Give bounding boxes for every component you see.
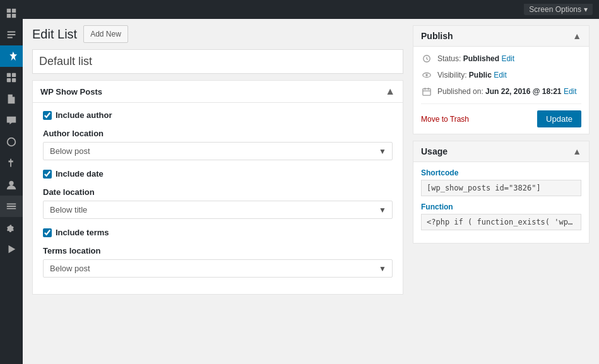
svg-rect-13 xyxy=(423,89,430,96)
svg-point-12 xyxy=(425,74,428,76)
publish-actions: Move to Trash Update xyxy=(421,103,581,127)
move-to-trash-link[interactable]: Move to Trash xyxy=(421,115,469,124)
sidebar-icon-posts[interactable] xyxy=(0,24,23,45)
publish-header[interactable]: Publish ▲ xyxy=(413,26,589,47)
metabox-title: WP Show Posts xyxy=(40,87,102,97)
terms-location-select[interactable]: Below post Above post Below title xyxy=(43,259,393,278)
visibility-row: Visibility: Public Edit xyxy=(421,69,581,81)
metabox-body: Include author Author location Below pos… xyxy=(33,103,403,294)
main-column: Edit List Add New WP Show Posts ▲ xyxy=(32,25,403,358)
status-value: Published xyxy=(463,54,499,63)
svg-point-8 xyxy=(9,181,13,185)
include-author-text: Include author xyxy=(56,110,112,120)
add-new-button[interactable]: Add New xyxy=(83,25,128,43)
svg-rect-6 xyxy=(7,78,11,82)
svg-rect-4 xyxy=(7,73,11,77)
svg-rect-0 xyxy=(7,9,11,13)
publish-toggle-icon: ▲ xyxy=(572,31,581,41)
date-location-row: Date location Below title Above title Be… xyxy=(43,187,393,219)
sidebar-icon-blocks[interactable] xyxy=(0,67,23,88)
usage-header[interactable]: Usage ▲ xyxy=(413,141,589,162)
svg-rect-3 xyxy=(12,14,16,18)
shortcode-value[interactable]: [wp_show_posts id="3826"] xyxy=(421,180,581,196)
screen-options-button[interactable]: Screen Options ▾ xyxy=(524,4,593,15)
sidebar-icon-pages[interactable] xyxy=(0,88,23,110)
content-area: Edit List Add New WP Show Posts ▲ xyxy=(23,19,599,364)
update-button[interactable]: Update xyxy=(537,110,581,127)
published-on-row: Published on: Jun 22, 2016 @ 18:21 Edit xyxy=(421,86,581,97)
list-title-input[interactable] xyxy=(32,49,403,74)
svg-rect-7 xyxy=(12,78,16,82)
sidebar-icon-dashboard[interactable] xyxy=(0,3,23,24)
sidebar-icon-list[interactable] xyxy=(0,196,23,217)
usage-title: Usage xyxy=(421,146,448,156)
usage-metabox: Usage ▲ Shortcode [wp_show_posts id="382… xyxy=(413,141,590,244)
metabox-header[interactable]: WP Show Posts ▲ xyxy=(33,81,403,103)
publish-title: Publish xyxy=(421,31,453,41)
terms-location-row: Terms location Below post Above post Bel… xyxy=(43,246,393,278)
date-location-label: Date location xyxy=(43,187,393,197)
wp-admin-layout: Screen Options ▾ Edit List Add New WP Sh… xyxy=(0,0,599,364)
svg-marker-9 xyxy=(9,245,16,254)
visibility-edit-link[interactable]: Edit xyxy=(494,71,507,79)
calendar-icon xyxy=(421,86,432,97)
metabox-toggle-icon: ▲ xyxy=(385,86,395,97)
include-date-checkbox[interactable] xyxy=(43,170,52,179)
status-icon xyxy=(421,53,432,64)
right-column: Publish ▲ Status: Published Edit xyxy=(413,25,590,358)
sidebar-icon-pin[interactable] xyxy=(0,45,23,67)
function-value[interactable]: <?php if ( function_exists( 'wpsp_displa xyxy=(421,214,581,230)
status-label: Status: xyxy=(437,54,461,63)
sidebar-icon-users[interactable] xyxy=(0,174,23,196)
author-location-select[interactable]: Below post Above post Below title xyxy=(43,142,393,160)
include-author-checkbox[interactable] xyxy=(43,111,52,120)
page-title: Edit List xyxy=(32,27,77,42)
include-terms-checkbox[interactable] xyxy=(43,228,52,237)
usage-body: Shortcode [wp_show_posts id="3826"] Func… xyxy=(413,162,589,243)
shortcode-label: Shortcode xyxy=(421,168,581,177)
terms-location-select-wrapper: Below post Above post Below title ▼ xyxy=(43,259,393,278)
include-terms-row: Include terms xyxy=(43,228,393,237)
include-date-text: Include date xyxy=(56,169,104,179)
publish-metabox: Publish ▲ Status: Published Edit xyxy=(413,25,590,134)
usage-toggle-icon: ▲ xyxy=(572,146,581,156)
svg-rect-1 xyxy=(12,9,16,13)
visibility-label: Visibility: xyxy=(437,71,466,79)
include-date-label[interactable]: Include date xyxy=(43,169,393,179)
sidebar-icon-plugins[interactable] xyxy=(0,153,23,174)
sidebar-icon-appearance[interactable] xyxy=(0,131,23,153)
admin-sidebar xyxy=(0,0,23,364)
status-row: Status: Published Edit xyxy=(421,53,581,64)
include-date-row: Include date xyxy=(43,169,393,179)
main-area: Screen Options ▾ Edit List Add New WP Sh… xyxy=(23,0,599,364)
published-value: Jun 22, 2016 @ 18:21 xyxy=(485,87,561,96)
terms-location-label: Terms location xyxy=(43,246,393,255)
visibility-value: Public xyxy=(469,71,492,79)
sidebar-icon-play[interactable] xyxy=(0,238,23,260)
date-location-select-wrapper: Below title Above title Below post ▼ xyxy=(43,201,393,219)
screen-options-label: Screen Options xyxy=(529,5,581,14)
published-label: Published on: xyxy=(437,87,483,96)
wp-show-posts-metabox: WP Show Posts ▲ Include author xyxy=(32,80,403,295)
status-edit-link[interactable]: Edit xyxy=(501,54,514,63)
author-location-row: Author location Below post Above post Be… xyxy=(43,129,393,160)
author-location-select-wrapper: Below post Above post Below title ▼ xyxy=(43,142,393,160)
sidebar-icon-settings[interactable] xyxy=(0,217,23,238)
include-terms-label[interactable]: Include terms xyxy=(43,228,393,237)
top-bar: Screen Options ▾ xyxy=(23,0,599,19)
page-header: Edit List Add New xyxy=(32,25,403,43)
include-author-label[interactable]: Include author xyxy=(43,110,393,120)
author-location-label: Author location xyxy=(43,129,393,138)
svg-rect-2 xyxy=(7,14,11,18)
publish-body: Status: Published Edit Visibility: xyxy=(413,47,589,134)
svg-rect-5 xyxy=(12,73,16,77)
sidebar-icon-comments[interactable] xyxy=(0,110,23,131)
published-edit-link[interactable]: Edit xyxy=(564,87,577,96)
include-author-row: Include author xyxy=(43,110,393,120)
date-location-select[interactable]: Below title Above title Below post xyxy=(43,201,393,219)
visibility-icon xyxy=(421,69,432,81)
include-terms-text: Include terms xyxy=(56,228,109,237)
screen-options-arrow-icon: ▾ xyxy=(584,5,588,14)
function-label: Function xyxy=(421,203,581,211)
